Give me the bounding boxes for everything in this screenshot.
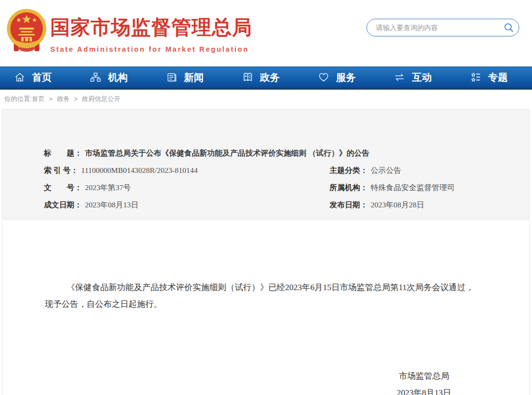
topic-category-value: 公示公告 — [371, 166, 401, 174]
search-box[interactable] — [366, 19, 519, 36]
nav-item-gov-affairs[interactable]: 政务 — [228, 67, 304, 88]
nav-item-home[interactable]: 首页 — [0, 67, 76, 88]
site-subtitle: State Administration for Market Regulati… — [50, 45, 252, 53]
main-nav: 首页 机构 新闻 政务 — [0, 66, 532, 90]
announcement-paragraph: 《保健食品新功能及产品技术评价实施细则（试行）》已经2023年6月15日市场监管… — [45, 279, 474, 313]
nav-item-organization[interactable]: 机构 — [76, 67, 152, 88]
meta-title-label: 标 题： — [44, 149, 82, 157]
nav-item-topics[interactable]: 专题 — [456, 67, 532, 88]
doc-number-value: 2023年第37号 — [85, 183, 131, 192]
search-button[interactable] — [499, 19, 519, 36]
nav-item-news[interactable]: 新闻 — [152, 67, 228, 88]
meta-row-publish-date: 发布日期：2023年08月28日 — [330, 196, 519, 213]
document-meta-panel: 标 题：市场监管总局关于公布《保健食品新功能及产品技术评价实施细则 （试行）》的… — [2, 109, 530, 219]
publish-date-value: 2023年08月28日 — [371, 200, 425, 209]
breadcrumb-info-disclosure[interactable]: 政府信息公开 — [82, 95, 120, 102]
meta-row-written-date: 成文日期：2023年08月13日 — [44, 196, 330, 213]
gov-affairs-icon — [242, 71, 254, 83]
nav-item-interaction[interactable]: 互动 — [380, 67, 456, 88]
nav-item-services[interactable]: 服务 — [304, 67, 380, 88]
breadcrumb-separator: > — [74, 95, 78, 102]
document-title: 市场监管总局关于公布《保健食品新功能及产品技术评价实施细则 （试行）》的公告 — [85, 149, 369, 157]
interaction-arrows-icon — [394, 71, 405, 83]
heart-services-icon — [318, 71, 330, 83]
signature-date: 2023年8月13日 — [397, 385, 452, 395]
home-icon — [14, 71, 26, 83]
search-icon — [503, 22, 514, 33]
written-date-value: 2023年08月13日 — [85, 200, 139, 209]
signature-block: 市场监管总局 2023年8月13日 — [397, 368, 452, 395]
organization-icon — [90, 71, 101, 83]
breadcrumb-prefix: 你的位置: — [4, 95, 32, 102]
breadcrumb-separator: > — [49, 95, 53, 102]
star-list-topics-icon — [470, 71, 482, 83]
search-input[interactable] — [367, 24, 499, 32]
breadcrumb-home[interactable]: 首页 — [32, 95, 45, 102]
national-emblem-logo — [6, 7, 47, 56]
breadcrumb-gov-affairs[interactable]: 政务 — [57, 95, 69, 102]
meta-row-topic-category: 主题分类：公示公告 — [330, 162, 519, 179]
document-body-panel: 《保健食品新功能及产品技术评价实施细则（试行）》已经2023年6月15日市场监管… — [2, 220, 530, 395]
site-title: 国家市场监督管理总局 — [50, 14, 252, 41]
news-icon — [166, 71, 178, 83]
breadcrumb: 你的位置:首页 > 政务 > 政府信息公开 — [0, 90, 532, 109]
meta-row-issuing-department: 所属机构：特殊食品安全监督管理司 — [330, 179, 519, 196]
meta-row-title: 标 题：市场监管总局关于公布《保健食品新功能及产品技术评价实施细则 （试行）》的… — [44, 144, 519, 162]
issuing-department-value: 特殊食品安全监督管理司 — [371, 183, 455, 192]
meta-row-index-number: 索 引 号：11100000MB0143028R/2023-810144 — [44, 162, 330, 179]
site-header: 国家市场监督管理总局 State Administration for Mark… — [0, 0, 532, 66]
index-number-value: 11100000MB0143028R/2023-810144 — [81, 166, 198, 174]
meta-row-doc-number: 文 号：2023年第37号 — [44, 179, 330, 196]
signature-agency: 市场监管总局 — [397, 368, 452, 385]
